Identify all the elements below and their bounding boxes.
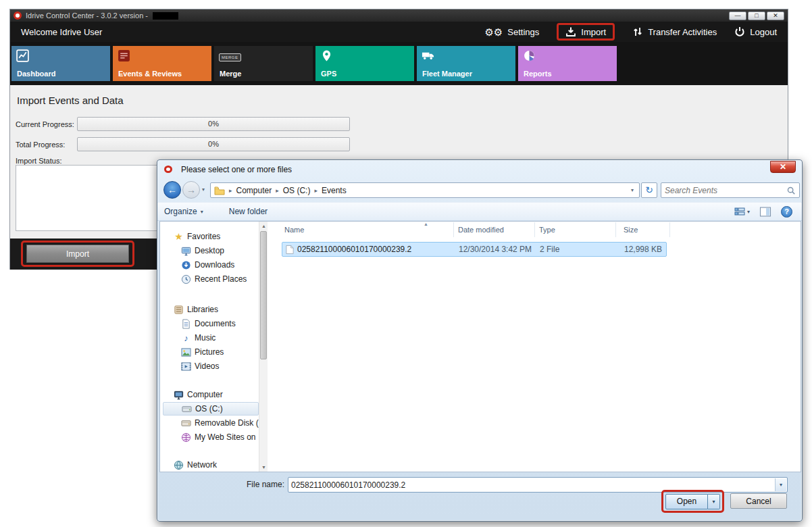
tile-events-reviews[interactable]: Events & Reviews <box>113 46 211 81</box>
sidebar-item-computer[interactable]: Computer <box>163 388 259 401</box>
column-header-type[interactable]: Type <box>539 222 555 238</box>
desktop-monitor-icon <box>181 246 191 256</box>
highlight-import-button: Import <box>21 241 134 267</box>
import-arrow-icon <box>565 26 576 37</box>
events-list-icon <box>118 49 130 62</box>
file-name-label: File name: <box>198 480 284 489</box>
file-name: 025821100006010170000239.2 <box>297 243 411 256</box>
menu-item-logout[interactable]: Logout <box>734 26 777 37</box>
dialog-close-button[interactable]: ✕ <box>770 161 796 173</box>
sidebar-item-pictures[interactable]: Pictures <box>163 345 259 359</box>
import-button[interactable]: Import <box>26 245 129 263</box>
file-icon <box>286 245 294 255</box>
search-icon <box>786 186 796 195</box>
organize-button[interactable]: Organize ▾ <box>157 207 210 216</box>
maximize-button[interactable]: □ <box>748 11 765 20</box>
sidebar-item-desktop[interactable]: Desktop <box>163 244 259 257</box>
open-button[interactable]: Open <box>665 494 708 509</box>
scrollbar-thumb[interactable] <box>260 231 267 359</box>
breadcrumb-separator-icon: ▸ <box>310 187 322 194</box>
recent-clock-icon <box>181 274 191 284</box>
videos-film-icon <box>181 361 191 372</box>
sidebar-item-my-web-sites[interactable]: My Web Sites on <box>163 430 259 444</box>
downloads-arrow-icon <box>181 260 191 270</box>
tile-dashboard[interactable]: Dashboard <box>11 46 110 81</box>
sidebar-item-recent-places[interactable]: Recent Places <box>163 272 259 286</box>
chevron-down-icon: ▾ <box>201 209 203 215</box>
tile-merge[interactable]: MERGE Merge <box>214 46 313 81</box>
sidebar-item-documents[interactable]: Documents <box>163 317 259 330</box>
fleet-truck-icon <box>422 49 434 62</box>
cancel-button[interactable]: Cancel <box>730 493 787 509</box>
dashboard-chart-icon <box>16 49 29 62</box>
tile-reports[interactable]: Reports <box>518 46 617 81</box>
file-row[interactable]: 025821100006010170000239.2 12/30/2014 3:… <box>282 242 667 257</box>
breadcrumb-item-computer[interactable]: Computer <box>236 186 272 195</box>
computer-monitor-icon <box>174 390 184 400</box>
music-note-icon: ♪ <box>181 333 191 343</box>
sidebar-item-videos[interactable]: Videos <box>163 359 259 373</box>
sidebar-item-music[interactable]: ♪ Music <box>163 331 259 345</box>
import-status-label: Import Status: <box>16 157 61 165</box>
forward-button[interactable]: → <box>182 181 200 199</box>
column-header-date-modified[interactable]: Date modified <box>458 222 504 238</box>
search-input[interactable] <box>665 186 786 195</box>
menu-item-transfer-activities[interactable]: Transfer Activities <box>632 26 717 37</box>
file-date-modified: 12/30/2014 3:42 PM <box>459 243 532 256</box>
window-title: Idrive Control Center - 3.0.2 version - <box>26 11 148 20</box>
dialog-toolbar: Organize ▾ New folder ▾ ? <box>157 202 802 221</box>
sidebar-item-network[interactable]: Network <box>163 458 259 472</box>
help-button[interactable]: ? <box>781 206 792 218</box>
navigation-bar: ← → ▾ ▸ Computer ▸ OS (C:) ▸ Events ▾ ↻ <box>157 178 802 202</box>
new-folder-button[interactable]: New folder <box>222 207 274 216</box>
search-box <box>661 182 800 198</box>
merge-badge-icon: MERGE <box>219 53 241 61</box>
address-dropdown-icon[interactable]: ▾ <box>631 187 636 193</box>
power-icon <box>734 26 745 37</box>
close-button[interactable]: ✕ <box>767 11 784 20</box>
sidebar-scrollbar[interactable]: ▲ ▼ <box>259 222 268 472</box>
breadcrumb-item-os-c[interactable]: OS (C:) <box>283 186 311 195</box>
file-type: 2 File <box>540 243 559 256</box>
welcome-text: Welcome Idrive User <box>21 27 102 37</box>
total-progress-label: Total Progress: <box>16 141 65 149</box>
column-headers: ▲ Name Date modified Type Size <box>268 222 801 238</box>
history-dropdown-icon[interactable]: ▾ <box>202 186 205 193</box>
dialog-titlebar[interactable]: Please select one or more files <box>157 160 802 178</box>
scroll-up-icon[interactable]: ▲ <box>259 222 268 230</box>
hard-drive-icon <box>182 404 192 414</box>
folder-icon <box>214 186 225 195</box>
reports-pie-icon <box>523 49 536 62</box>
refresh-button[interactable]: ↻ <box>641 182 657 198</box>
file-size: 12,998 KB <box>624 243 662 256</box>
tile-fleet-manager[interactable]: Fleet Manager <box>417 46 515 81</box>
navigation-pane: ★ Favorites Desktop Downloads <box>163 222 259 472</box>
column-header-size[interactable]: Size <box>624 222 638 238</box>
minimize-button[interactable]: — <box>729 11 746 20</box>
sidebar-item-libraries[interactable]: Libraries <box>163 303 259 316</box>
open-split-dropdown[interactable]: ▾ <box>708 494 720 509</box>
tile-gps[interactable]: GPS <box>315 46 414 81</box>
menu-item-import[interactable]: Import <box>557 23 615 41</box>
sidebar-item-favorites[interactable]: ★ Favorites <box>163 230 259 243</box>
sidebar-item-removable-disk[interactable]: Removable Disk ( <box>163 416 259 430</box>
scroll-down-icon[interactable]: ▼ <box>259 463 268 472</box>
back-button[interactable]: ← <box>163 181 181 199</box>
menu-item-settings[interactable]: ⚙⚙ Settings <box>484 27 539 37</box>
column-header-name[interactable]: Name <box>284 222 304 238</box>
breadcrumb-item-events[interactable]: Events <box>322 186 347 195</box>
dialog-logo-icon <box>164 166 172 173</box>
combo-dropdown-icon[interactable]: ▾ <box>775 478 786 491</box>
favorites-star-icon: ★ <box>174 231 184 242</box>
sidebar-item-downloads[interactable]: Downloads <box>163 258 259 272</box>
menubar: Welcome Idrive User ⚙⚙ Settings Import T… <box>10 22 788 42</box>
sidebar-item-os-c[interactable]: OS (C:) <box>163 402 259 416</box>
app-logo-icon <box>14 11 22 20</box>
tile-strip: Dashboard Events & Reviews MERGE Merge G… <box>10 42 788 85</box>
documents-page-icon <box>181 319 191 329</box>
change-view-button[interactable]: ▾ <box>734 207 750 216</box>
dialog-title: Please select one or more files <box>181 165 292 174</box>
titlebar[interactable]: Idrive Control Center - 3.0.2 version - … <box>10 9 788 22</box>
preview-pane-icon[interactable] <box>759 207 771 217</box>
highlight-open-button: Open ▾ <box>661 490 724 513</box>
